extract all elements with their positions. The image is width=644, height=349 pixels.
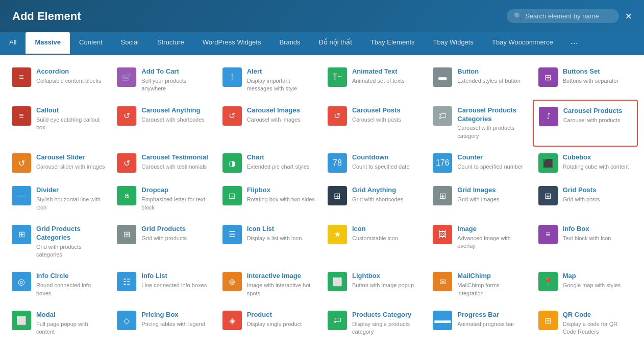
element-card-callout[interactable]: ≡CalloutBuild eye catching callout box <box>6 100 111 147</box>
element-info-add-to-cart: Add To CartSell your products anywhere <box>141 67 211 93</box>
tab-wordpress-widgets[interactable]: WordPress Widgets <box>193 32 270 54</box>
element-card-grid-posts[interactable]: ⊞Grid PostsGrid with posts <box>533 179 638 218</box>
element-info-cubebox: CubeboxRotating cube with content <box>563 153 632 171</box>
element-card-cubebox[interactable]: ⬛CubeboxRotating cube with content <box>533 147 638 179</box>
tab-brands[interactable]: Brands <box>270 32 309 54</box>
tab-all[interactable]: All <box>0 32 26 54</box>
element-card-quote[interactable]: "QuoteQuote text block <box>6 343 111 349</box>
element-icon-icon-list: ☰ <box>222 225 242 244</box>
element-card-animated-text[interactable]: T~Animated TextAnimated set of texts <box>322 61 427 100</box>
element-icon-carousel-posts: ↺ <box>328 106 347 126</box>
element-card-accordion[interactable]: ≡AccordionCollapsible content blocks <box>6 61 111 100</box>
element-card-dropcap[interactable]: aDropcapEmphasized letter for text block <box>111 179 216 218</box>
tab-content[interactable]: Content <box>70 32 112 54</box>
element-card-counter[interactable]: 176CounterCount to specified number <box>427 147 532 179</box>
element-card-product[interactable]: ◈ProductDisplay single product <box>217 304 322 343</box>
element-card-alert[interactable]: !AlertDisplay important messages with st… <box>217 61 322 100</box>
element-card-qr-code[interactable]: ⊞QR CodeDisplay a code for QR Code Reade… <box>533 304 638 343</box>
element-card-icon[interactable]: ★IconCustomizable icon <box>322 218 427 266</box>
element-desc-product: Display single product <box>247 320 316 328</box>
element-card-carousel-anything[interactable]: ↺Carousel AnythingCarousel with shortcod… <box>111 100 216 147</box>
element-info-alert: AlertDisplay important messages with sty… <box>247 67 316 93</box>
element-info-qr-code: QR CodeDisplay a code for QR Code Reader… <box>563 311 632 336</box>
element-card-divider[interactable]: —DividerStylish horizontal line with ico… <box>6 179 111 218</box>
tab-social[interactable]: Social <box>112 32 148 54</box>
element-info-info-box: Info BoxText block with icon <box>563 225 632 242</box>
element-info-carousel-posts: Carousel PostsCarousel with posts <box>352 106 422 124</box>
element-card-grid-images[interactable]: ⊞Grid ImagesGrid with images <box>427 179 532 218</box>
element-icon-chart: ◑ <box>222 153 242 173</box>
element-card-lightbox[interactable]: ⬜LightboxButton with image popup <box>322 265 427 304</box>
element-card-grid-products[interactable]: ⊞Grid ProductsGrid with products <box>111 218 216 266</box>
search-box[interactable]: 🔍 <box>507 9 619 23</box>
element-card-testimonial[interactable]: 💬TestimonialStylish recommendation box <box>322 343 427 349</box>
element-info-mailchimp: MailChimpMailChimp forms integration <box>457 272 527 297</box>
element-card-pricing-box[interactable]: ◇Pricing BoxPricing tables with legend <box>111 304 216 343</box>
element-name-dropcap: Dropcap <box>141 186 211 195</box>
element-card-text-block[interactable]: TText BlockDisplay a text with font form… <box>427 343 532 349</box>
element-card-info-circle[interactable]: ◎Info CircleRound connected info boxes <box>6 265 111 304</box>
element-card-timeline-basic[interactable]: ⋯Timeline BasicSimple timeline shortcode <box>533 343 638 349</box>
element-card-chart[interactable]: ◑ChartExtended pie chart styles <box>217 147 322 179</box>
tab-tbay-elements[interactable]: Tbay Elements <box>361 32 424 54</box>
element-name-modal: Modal <box>36 311 106 319</box>
element-card-countdown[interactable]: 78CountdownCount to specified date <box>322 147 427 179</box>
element-card-image[interactable]: 🖼ImageAdvanced image with overlay <box>427 218 532 266</box>
element-card-modal[interactable]: ⬜ModalFull page popup with content <box>6 304 111 343</box>
element-card-carousel-slider[interactable]: ↺Carousel SliderCarousel slider with ima… <box>6 147 111 179</box>
element-card-carousel-testimonial[interactable]: ↺Carousel TestimonialCarousel with testi… <box>111 147 216 179</box>
element-card-grid-products-categories[interactable]: ⊞Grid Products CategoriesGrid with produ… <box>6 218 111 266</box>
element-icon-grid-products-categories: ⊞ <box>12 225 31 244</box>
element-info-callout: CalloutBuild eye catching callout box <box>36 106 106 132</box>
tab-do-noi-that[interactable]: Đồ nội thất <box>310 32 361 54</box>
elements-grid-container[interactable]: ≡AccordionCollapsible content blocks🛒Add… <box>0 55 644 349</box>
tab-tbay-woocommerce[interactable]: Tbay Woocommerce <box>483 32 562 54</box>
element-card-grid-anything[interactable]: ⊞Grid AnythingGrid with shortcodes <box>322 179 427 218</box>
element-name-info-circle: Info Circle <box>36 272 106 281</box>
tabs-more-button[interactable]: ··· <box>562 32 586 54</box>
element-card-map[interactable]: 📍MapGoogle map with styles <box>533 265 638 304</box>
element-info-buttons-set: Buttons SetButtons with separator <box>563 67 632 85</box>
element-card-carousel-products[interactable]: ⤴Carousel ProductsCarousel with products <box>533 100 638 147</box>
element-card-mailchimp[interactable]: ✉MailChimpMailChimp forms integration <box>427 265 532 304</box>
element-info-pricing-box: Pricing BoxPricing tables with legend <box>141 311 211 328</box>
element-name-info-list: Info List <box>141 272 211 281</box>
element-card-buttons-set[interactable]: ⊞Buttons SetButtons with separator <box>533 61 638 100</box>
element-card-button[interactable]: ▬ButtonExtended styles of button <box>427 61 532 100</box>
element-desc-modal: Full page popup with content <box>36 320 106 336</box>
element-info-grid-anything: Grid AnythingGrid with shortcodes <box>352 186 422 203</box>
element-icon-buttons-set: ⊞ <box>538 67 558 87</box>
element-icon-divider: — <box>12 186 31 205</box>
element-name-flipbox: Flipbox <box>247 186 316 195</box>
element-name-carousel-slider: Carousel Slider <box>36 153 106 162</box>
element-desc-grid-products: Grid with products <box>141 235 211 242</box>
element-name-buttons-set: Buttons Set <box>563 67 632 76</box>
element-icon-grid-anything: ⊞ <box>328 186 347 205</box>
element-card-icon-list[interactable]: ☰Icon ListDisplay a list with icon. <box>217 218 322 266</box>
element-card-add-to-cart[interactable]: 🛒Add To CartSell your products anywhere <box>111 61 216 100</box>
element-card-interactive-image[interactable]: ⊕Interactive ImageImage with interactive… <box>217 265 322 304</box>
element-card-single-post[interactable]: ☰Single PostCustomizable post with many … <box>111 343 216 349</box>
element-desc-icon: Customizable icon <box>352 235 422 242</box>
close-button[interactable]: × <box>625 11 632 22</box>
element-icon-pricing-box: ◇ <box>117 311 136 330</box>
element-card-progress-bar[interactable]: ▬▬Progress BarAnimated progress bar <box>427 304 532 343</box>
element-card-carousel-images[interactable]: ↺Carousel ImagesCarousel with images <box>217 100 322 147</box>
element-info-flipbox: FlipboxRotating box with two sides <box>247 186 316 203</box>
element-card-info-box[interactable]: ≡Info BoxText block with icon <box>533 218 638 266</box>
element-card-carousel-products-categories[interactable]: 🏷Carousel Products CategoriesCarousel wi… <box>427 100 532 147</box>
tab-structure[interactable]: Structure <box>148 32 193 54</box>
element-info-animated-text: Animated TextAnimated set of texts <box>352 67 422 85</box>
element-card-info-list[interactable]: ☷Info ListLine connected info boxes <box>111 265 216 304</box>
element-card-products-category[interactable]: 🏷Products CategoryDisplay single product… <box>322 304 427 343</box>
element-card-carousel-posts[interactable]: ↺Carousel PostsCarousel with posts <box>322 100 427 147</box>
element-card-tabs[interactable]: ⊟TabsTabbed content blocks <box>217 343 322 349</box>
element-desc-carousel-testimonial: Carousel with testimonials <box>141 163 211 171</box>
tab-massive[interactable]: Massive <box>26 32 70 54</box>
element-icon-product: ◈ <box>222 311 242 330</box>
element-name-animated-text: Animated Text <box>352 67 422 76</box>
element-card-flipbox[interactable]: ⊡FlipboxRotating box with two sides <box>217 179 322 218</box>
element-info-button: ButtonExtended styles of button <box>457 67 527 85</box>
search-input[interactable] <box>525 12 612 20</box>
tab-tbay-widgets[interactable]: Tbay Widgets <box>424 32 483 54</box>
